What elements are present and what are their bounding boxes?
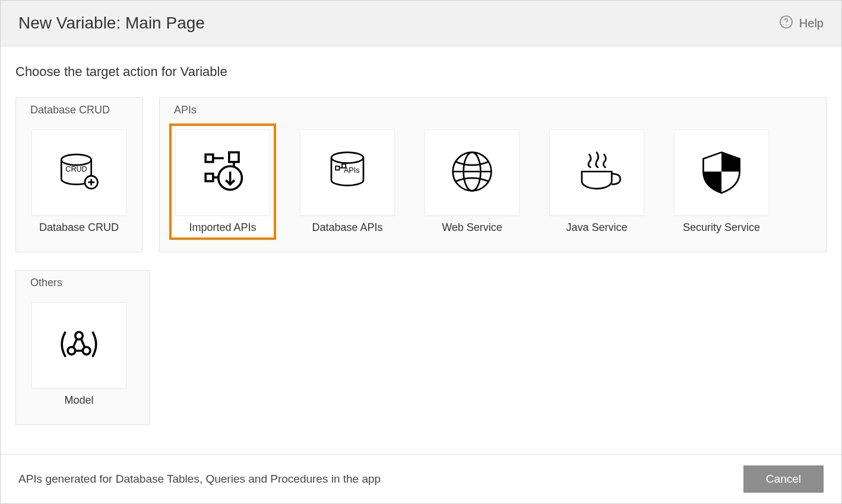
java-service-icon — [570, 145, 623, 201]
svg-rect-7 — [205, 154, 213, 162]
svg-point-19 — [68, 347, 75, 354]
card-label: Security Service — [683, 221, 760, 234]
card-database-apis[interactable]: APIs Database APIs — [294, 123, 401, 240]
card-label: Java Service — [566, 221, 627, 234]
cancel-button[interactable]: Cancel — [743, 465, 824, 493]
card-icon-box — [549, 129, 644, 215]
card-icon-box — [674, 129, 769, 215]
help-label: Help — [799, 17, 824, 30]
cards-row-others: Model — [26, 296, 140, 413]
help-button[interactable]: Help — [779, 15, 824, 32]
card-icon-box: APIs — [300, 129, 395, 215]
svg-line-22 — [81, 339, 85, 347]
card-label: Imported APIs — [189, 221, 256, 234]
svg-rect-9 — [205, 173, 213, 181]
db-crud-icon: CRUD — [52, 145, 106, 201]
svg-rect-8 — [229, 152, 239, 161]
svg-point-20 — [83, 347, 90, 354]
card-icon-box — [425, 129, 520, 215]
instruction-text: Choose the target action for Variable — [15, 64, 827, 80]
card-label: Model — [64, 394, 93, 407]
card-icon-box — [175, 129, 270, 215]
card-database-crud[interactable]: CRUD Database CRUD — [26, 123, 132, 240]
card-label: Web Service — [442, 221, 502, 234]
dialog-footer: APIs generated for Database Tables, Quer… — [1, 454, 841, 503]
card-security-service[interactable]: Security Service — [668, 123, 775, 240]
card-web-service[interactable]: Web Service — [419, 123, 526, 240]
security-service-icon — [695, 145, 748, 201]
cards-row-db-crud: CRUD Database CRUD — [26, 123, 132, 240]
card-label: Database CRUD — [39, 221, 119, 234]
groups-row-top: Database CRUD CRUD — [15, 97, 827, 252]
group-others: Others — [15, 270, 150, 425]
card-imported-apis[interactable]: Imported APIs — [169, 123, 276, 240]
footer-description: APIs generated for Database Tables, Quer… — [18, 473, 381, 486]
dialog-title: New Variable: Main Page — [18, 14, 205, 33]
database-apis-icon: APIs — [321, 145, 374, 201]
card-icon-box — [31, 302, 126, 388]
card-java-service[interactable]: Java Service — [543, 123, 650, 240]
svg-point-11 — [331, 152, 363, 163]
groups-row-bottom: Others — [15, 270, 827, 425]
card-label: Database APIs — [312, 221, 382, 234]
svg-line-21 — [73, 339, 77, 347]
svg-point-1 — [786, 24, 787, 26]
group-database-crud: Database CRUD CRUD — [15, 97, 143, 252]
group-heading-db-crud: Database CRUD — [26, 104, 132, 116]
dialog-header: New Variable: Main Page Help — [1, 1, 841, 46]
web-service-icon — [445, 145, 499, 201]
model-icon — [52, 318, 106, 373]
card-model[interactable]: Model — [26, 296, 132, 413]
group-heading-others: Others — [26, 277, 140, 289]
imported-apis-icon — [196, 145, 249, 201]
svg-text:APIs: APIs — [344, 166, 360, 174]
svg-text:CRUD: CRUD — [65, 165, 87, 173]
svg-point-18 — [75, 332, 83, 340]
svg-point-2 — [61, 154, 91, 165]
group-apis: APIs — [159, 97, 827, 252]
group-heading-apis: APIs — [169, 104, 816, 116]
dialog-content: Choose the target action for Variable Da… — [1, 46, 841, 454]
cards-row-apis: Imported APIs APIs — [169, 123, 816, 240]
card-icon-box: CRUD — [31, 129, 126, 215]
help-icon — [779, 15, 793, 32]
svg-rect-12 — [335, 166, 339, 170]
